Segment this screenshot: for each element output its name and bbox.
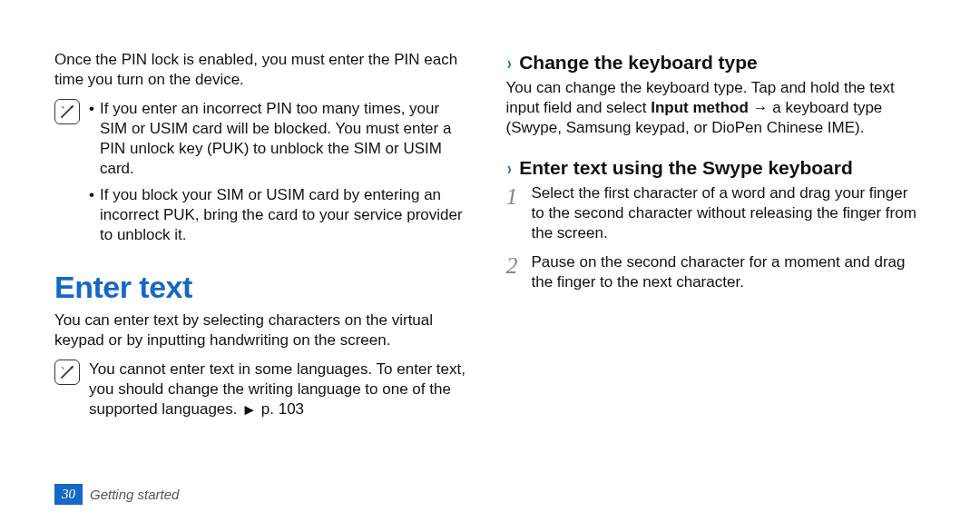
left-column: Once the PIN lock is enabled, you must e… xyxy=(54,50,497,491)
footer-section-name: Getting started xyxy=(90,486,179,504)
para1-bold: Input method xyxy=(651,99,749,116)
heading-change-keyboard: › Change the keyboard type xyxy=(506,50,922,74)
pin-note-item-1: If you enter an incorrect PIN too many t… xyxy=(89,99,470,179)
language-note-body: You cannot enter text in some languages.… xyxy=(89,360,470,420)
note-icon xyxy=(54,99,80,124)
heading-swype: › Enter text using the Swype keyboard xyxy=(506,155,922,180)
pin-note-body: If you enter an incorrect PIN too many t… xyxy=(89,99,470,251)
step-text: Select the first character of a word and… xyxy=(532,183,922,243)
right-column: › Change the keyboard type You can chang… xyxy=(497,50,949,491)
pin-note-box: If you enter an incorrect PIN too many t… xyxy=(54,99,470,251)
triangle-icon: ► xyxy=(241,400,257,420)
heading-swype-text: Enter text using the Swype keyboard xyxy=(519,155,853,180)
swype-steps: 1 Select the first character of a word a… xyxy=(506,183,922,292)
step-item: 2 Pause on the second character for a mo… xyxy=(506,252,922,292)
section-title-enter-text: Enter text xyxy=(54,267,470,307)
chevron-icon: › xyxy=(507,159,512,177)
svg-point-1 xyxy=(71,106,74,109)
svg-point-3 xyxy=(71,367,74,369)
step-number: 2 xyxy=(506,252,532,278)
enter-text-intro: You can enter text by selecting characte… xyxy=(54,310,470,350)
note-icon xyxy=(54,360,80,385)
language-note-box: You cannot enter text in some languages.… xyxy=(54,360,470,420)
pin-note-item-2: If you block your SIM or USIM card by en… xyxy=(89,185,470,245)
step-text: Pause on the second character for a mome… xyxy=(532,252,922,292)
pin-intro-paragraph: Once the PIN lock is enabled, you must e… xyxy=(54,50,470,90)
change-keyboard-paragraph: You can change the keyboard type. Tap an… xyxy=(506,78,922,138)
step-item: 1 Select the first character of a word a… xyxy=(506,183,922,243)
page-number: 30 xyxy=(54,484,83,506)
heading-change-keyboard-text: Change the keyboard type xyxy=(519,50,758,74)
chevron-icon: › xyxy=(507,54,512,72)
page-footer: 30 Getting started xyxy=(54,484,179,506)
cross-ref: p. 103 xyxy=(261,400,304,418)
step-number: 1 xyxy=(506,183,532,209)
